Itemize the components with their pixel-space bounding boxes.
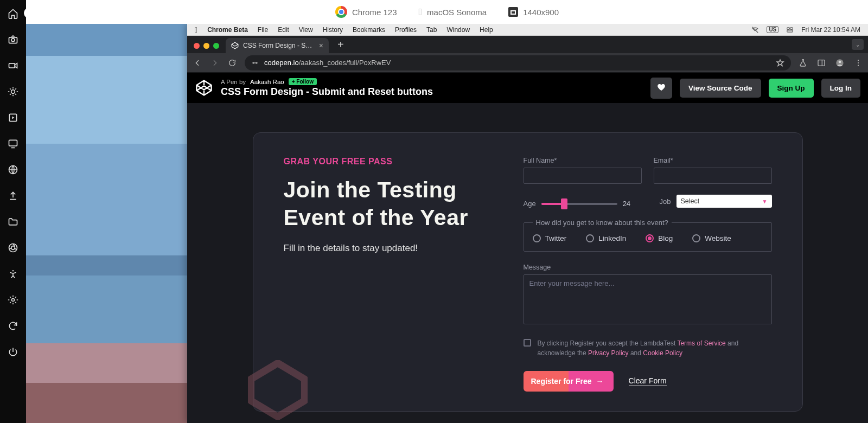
job-select[interactable]: Select ▼ xyxy=(676,195,772,208)
chrome-version-label: Chrome 123 xyxy=(352,8,397,17)
radio-blog[interactable]: Blog xyxy=(646,234,673,242)
clear-form-link[interactable]: Clear Form xyxy=(629,376,667,386)
svg-point-7 xyxy=(9,244,17,252)
video-icon[interactable] xyxy=(7,60,19,72)
radio-website[interactable]: Website xyxy=(692,234,731,242)
age-value: 24 xyxy=(623,200,630,208)
menu-view[interactable]: View xyxy=(299,26,313,34)
extension-icon[interactable] xyxy=(7,112,19,124)
age-slider[interactable] xyxy=(541,203,617,205)
codepen-logo-icon[interactable] xyxy=(195,79,213,97)
input-lang[interactable]: US xyxy=(767,26,778,33)
bookmark-star-icon[interactable] xyxy=(776,59,784,67)
home-icon[interactable] xyxy=(7,8,19,20)
menu-profiles[interactable]: Profiles xyxy=(395,26,417,34)
svg-point-22 xyxy=(858,60,859,61)
terms-cookie-link[interactable]: Cookie Policy xyxy=(643,349,682,357)
svg-point-24 xyxy=(858,65,859,66)
job-label: Job xyxy=(660,197,671,206)
pen-author-link[interactable]: Aakash Rao xyxy=(250,79,284,85)
apple-mini-icon:  xyxy=(419,7,423,18)
apple-menu-icon[interactable]:  xyxy=(195,25,197,34)
svg-rect-5 xyxy=(9,140,17,146)
terms-checkbox[interactable] xyxy=(524,339,531,347)
register-button-label: Register for Free xyxy=(531,377,592,386)
zoom-window-icon[interactable] xyxy=(213,43,219,49)
radio-linkedin[interactable]: LinkedIn xyxy=(586,234,626,242)
bug-icon[interactable] xyxy=(7,86,19,98)
arrow-right-icon: → xyxy=(596,377,604,386)
signup-button[interactable]: Sign Up xyxy=(769,79,814,98)
like-button[interactable] xyxy=(650,78,672,99)
menu-window[interactable]: Window xyxy=(446,26,470,34)
kebab-menu-icon[interactable] xyxy=(854,59,863,67)
menu-bookmarks[interactable]: Bookmarks xyxy=(353,26,385,34)
tab-close-icon[interactable]: × xyxy=(319,41,323,50)
tab-overflow-icon[interactable]: ⌄ xyxy=(852,39,864,50)
globe-icon[interactable] xyxy=(7,164,19,176)
svg-point-3 xyxy=(11,90,15,94)
radio-twitter[interactable]: Twitter xyxy=(533,234,567,242)
close-window-icon[interactable] xyxy=(194,43,200,49)
minimize-window-icon[interactable] xyxy=(203,43,209,49)
follow-button[interactable]: + Follow xyxy=(289,78,317,85)
form-card: GRAB YOUR FREE PASS Join the Testing Eve… xyxy=(253,132,803,412)
menu-edit[interactable]: Edit xyxy=(278,26,289,34)
wifi-off-icon[interactable] xyxy=(751,26,759,34)
terms-tos-link[interactable]: Terms of Service xyxy=(677,339,725,347)
chrome-tabstrip: CSS Form Design - Submit a × + ⌄ xyxy=(187,36,868,53)
chrome-logo-icon xyxy=(335,6,347,18)
referral-legend: How did you get to know about this event… xyxy=(533,219,672,227)
power-icon[interactable] xyxy=(7,346,19,358)
resolution-label: 1440x900 xyxy=(523,8,559,17)
svg-rect-2 xyxy=(9,63,15,68)
card-deco-icon xyxy=(248,360,308,420)
menu-history[interactable]: History xyxy=(323,26,343,34)
referral-fieldset: How did you get to know about this event… xyxy=(524,219,772,252)
back-button[interactable] xyxy=(193,58,202,68)
forward-button[interactable] xyxy=(210,58,220,68)
sync-icon[interactable] xyxy=(7,320,19,332)
email-input[interactable] xyxy=(654,168,772,184)
reload-button[interactable] xyxy=(227,58,237,68)
profile-icon[interactable] xyxy=(835,59,844,67)
browser-tab[interactable]: CSS Form Design - Submit a × xyxy=(226,38,329,53)
new-tab-button[interactable]: + xyxy=(332,39,347,53)
select-caret-icon: ▼ xyxy=(762,198,768,204)
age-slider-thumb[interactable] xyxy=(561,198,567,209)
chrome-icon[interactable] xyxy=(7,242,19,254)
svg-point-21 xyxy=(839,60,841,63)
cast-icon[interactable] xyxy=(7,138,19,150)
settings-icon[interactable] xyxy=(7,294,19,306)
control-center-icon[interactable] xyxy=(786,26,794,34)
fullname-input[interactable] xyxy=(524,168,642,184)
upload-icon[interactable] xyxy=(7,190,19,202)
address-bar[interactable]: codepen.io/aakash_codes/full/PoxRwEV xyxy=(245,55,791,70)
terms-privacy-link[interactable]: Privacy Policy xyxy=(588,349,629,357)
job-select-value: Select xyxy=(681,197,700,205)
message-label: Message xyxy=(524,264,772,271)
labs-icon[interactable] xyxy=(799,59,807,67)
register-button[interactable]: Register for Free → xyxy=(524,371,614,392)
desktop-wallpaper:  Chrome Beta File Edit View History Boo… xyxy=(26,24,868,423)
menubar-clock[interactable]: Fri Mar 22 10:54 AM xyxy=(801,26,860,34)
form-eyebrow: GRAB YOUR FREE PASS xyxy=(284,157,506,166)
host-toolstrip xyxy=(0,0,26,423)
view-source-button[interactable]: View Source Code xyxy=(680,79,761,98)
camera-icon[interactable] xyxy=(7,34,19,46)
app-name[interactable]: Chrome Beta xyxy=(207,26,248,34)
svg-point-16 xyxy=(256,62,257,63)
accessibility-icon[interactable] xyxy=(7,268,19,280)
form-heading: Join the Testing Event of the Year xyxy=(284,176,506,232)
login-button[interactable]: Log In xyxy=(821,79,861,98)
menu-help[interactable]: Help xyxy=(480,26,493,34)
message-input[interactable] xyxy=(524,274,772,324)
menu-file[interactable]: File xyxy=(258,26,268,34)
side-panel-icon[interactable] xyxy=(817,59,826,67)
mac-menubar:  Chrome Beta File Edit View History Boo… xyxy=(187,24,868,36)
svg-point-1 xyxy=(11,39,15,42)
site-info-icon[interactable] xyxy=(251,59,259,67)
os-label-block:  macOS Sonoma xyxy=(419,7,487,18)
menu-tab[interactable]: Tab xyxy=(426,26,437,34)
folder-icon[interactable] xyxy=(7,216,19,228)
